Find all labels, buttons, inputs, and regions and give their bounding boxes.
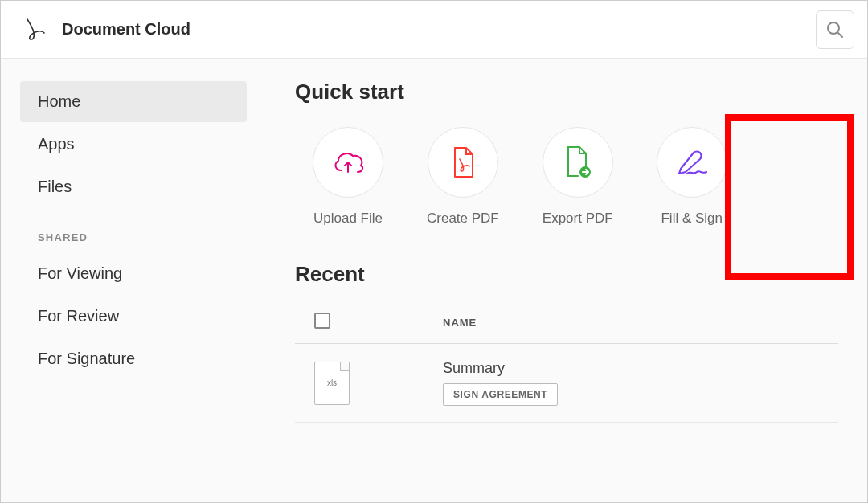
export-file-icon xyxy=(542,127,613,198)
sidebar-item-apps[interactable]: Apps xyxy=(20,124,247,165)
svg-line-1 xyxy=(838,33,842,37)
quick-start-title: Quick start xyxy=(295,80,838,104)
file-type-badge: xls xyxy=(327,378,337,387)
main-content: Quick start Upload File xyxy=(266,59,867,502)
recent-table-header: NAME xyxy=(295,301,838,344)
app-frame: Document Cloud Home Apps Files SHARED Fo… xyxy=(0,0,868,503)
file-name: Summary xyxy=(443,360,558,377)
quick-start-label: Create PDF xyxy=(427,211,499,227)
select-all-cell xyxy=(314,313,443,332)
quick-start-create-pdf[interactable]: Create PDF xyxy=(427,127,499,227)
sidebar-item-for-review[interactable]: For Review xyxy=(20,296,247,337)
sidebar: Home Apps Files SHARED For Viewing For R… xyxy=(1,59,266,502)
quick-start-row: Upload File Create PDF xyxy=(295,127,838,227)
recent-section: Recent NAME xls Summary SIGN xyxy=(295,262,838,423)
search-button[interactable] xyxy=(816,10,854,49)
sidebar-section-shared-label: SHARED xyxy=(20,209,247,253)
sign-pen-icon xyxy=(657,127,727,198)
app-title: Document Cloud xyxy=(62,20,190,39)
file-name-cell: Summary SIGN AGREEMENT xyxy=(443,360,558,406)
sidebar-item-label: For Signature xyxy=(38,350,135,367)
quick-start-label: Fill & Sign xyxy=(661,211,723,227)
file-icon-cell: xls xyxy=(314,362,443,405)
sidebar-item-label: For Review xyxy=(38,307,119,325)
pdf-file-icon xyxy=(428,127,498,198)
adobe-acrobat-icon xyxy=(20,15,49,44)
cloud-upload-icon xyxy=(313,127,383,198)
select-all-checkbox[interactable] xyxy=(314,313,330,329)
quick-start-upload-file[interactable]: Upload File xyxy=(313,127,383,227)
sidebar-item-label: For Viewing xyxy=(38,264,122,282)
recent-title: Recent xyxy=(295,262,838,287)
table-row[interactable]: xls Summary SIGN AGREEMENT xyxy=(295,344,838,423)
quick-start-export-pdf[interactable]: Export PDF xyxy=(542,127,613,227)
quick-start-fill-and-sign[interactable]: Fill & Sign xyxy=(657,127,727,227)
sidebar-item-for-viewing[interactable]: For Viewing xyxy=(20,253,247,294)
sidebar-item-for-signature[interactable]: For Signature xyxy=(20,338,247,379)
brand: Document Cloud xyxy=(20,15,190,44)
topbar: Document Cloud xyxy=(1,1,867,59)
svg-point-0 xyxy=(828,22,839,34)
quick-start-section: Quick start Upload File xyxy=(295,80,838,227)
file-type-icon: xls xyxy=(314,362,350,405)
sidebar-item-files[interactable]: Files xyxy=(20,166,247,207)
sidebar-item-label: Files xyxy=(38,178,72,195)
column-header-name: NAME xyxy=(443,317,477,329)
quick-start-label: Export PDF xyxy=(542,211,613,227)
search-icon xyxy=(826,21,844,39)
sidebar-item-home[interactable]: Home xyxy=(20,81,247,122)
quick-start-label: Upload File xyxy=(313,211,383,227)
body: Home Apps Files SHARED For Viewing For R… xyxy=(1,59,867,502)
sidebar-item-label: Home xyxy=(38,92,80,110)
sidebar-item-label: Apps xyxy=(38,135,75,153)
sign-agreement-button[interactable]: SIGN AGREEMENT xyxy=(443,383,558,406)
